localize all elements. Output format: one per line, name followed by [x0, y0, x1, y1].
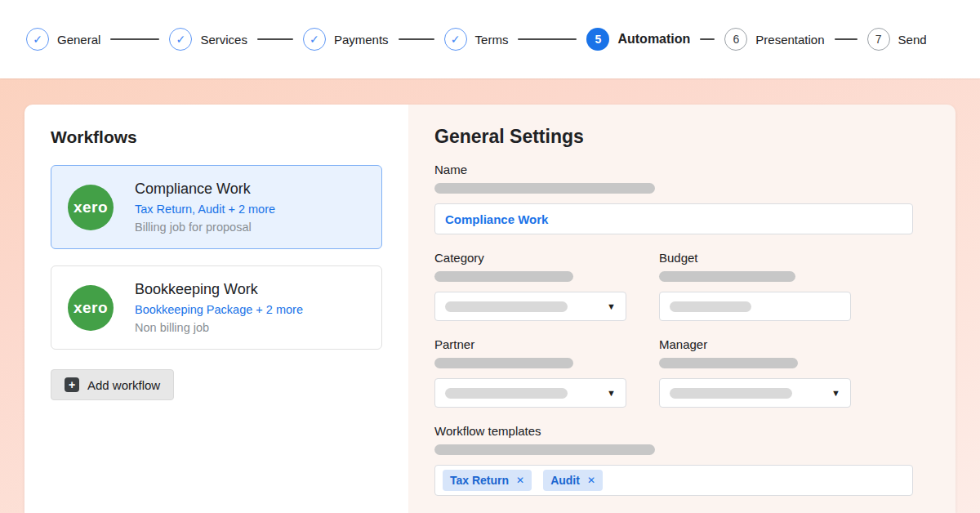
chip-label: Audit [550, 474, 580, 487]
step-label: Services [200, 33, 247, 47]
workflows-title: Workflows [51, 127, 382, 147]
workflow-billing-type: Billing job for proposal [135, 221, 275, 234]
chevron-down-icon: ▼ [607, 389, 616, 398]
general-settings-panel: General Settings Name Compliance Work Ca… [408, 105, 956, 513]
chip-remove-icon[interactable]: ✕ [587, 475, 595, 485]
plus-icon: + [65, 377, 79, 392]
manager-label: Manager [659, 337, 851, 351]
skeleton-bar [670, 301, 751, 312]
step-label: Automation [617, 32, 690, 47]
skeleton-bar [434, 271, 573, 282]
skeleton-bar [659, 358, 798, 368]
check-icon: ✓ [303, 28, 326, 51]
step-connector [110, 38, 159, 40]
add-workflow-label: Add workflow [87, 378, 160, 392]
category-label: Category [434, 251, 626, 265]
name-input[interactable]: Compliance Work [434, 203, 913, 234]
workflows-panel: Workflows xero Compliance Work Tax Retur… [24, 105, 408, 513]
workflow-name: Bookkeeping Work [135, 281, 303, 298]
step-connector [257, 38, 293, 40]
step-services[interactable]: ✓ Services [169, 28, 247, 51]
skeleton-bar [434, 183, 655, 194]
step-terms[interactable]: ✓ Terms [444, 28, 509, 51]
template-chip-tax-return: Tax Return ✕ [443, 470, 532, 491]
skeleton-bar [670, 388, 792, 399]
step-connector [399, 38, 434, 40]
check-icon: ✓ [169, 28, 192, 51]
step-payments[interactable]: ✓ Payments [303, 28, 389, 51]
step-presentation[interactable]: 6 Presentation [724, 28, 824, 51]
workflow-item-bookkeeping[interactable]: xero Bookkeeping Work Bookkeeping Packag… [51, 265, 382, 350]
chip-remove-icon[interactable]: ✕ [516, 475, 524, 485]
chevron-down-icon: ▼ [607, 302, 616, 311]
step-label: Send [898, 33, 927, 47]
workflow-templates-label: Workflow templates [434, 424, 913, 438]
xero-logo-icon: xero [68, 285, 114, 331]
page-body: Workflows xero Compliance Work Tax Retur… [0, 78, 980, 513]
step-number-badge: 7 [867, 28, 890, 51]
budget-input[interactable] [659, 292, 851, 321]
skeleton-bar [659, 271, 795, 282]
partner-select[interactable]: ▼ [434, 378, 626, 408]
category-select[interactable]: ▼ [434, 292, 626, 321]
check-icon: ✓ [26, 28, 49, 51]
step-send[interactable]: 7 Send [867, 28, 927, 51]
step-general[interactable]: ✓ General [26, 28, 100, 51]
skeleton-bar [434, 444, 655, 455]
name-label: Name [434, 163, 913, 176]
step-automation[interactable]: 5 Automation [586, 28, 690, 51]
workflow-name: Compliance Work [135, 181, 275, 198]
workflow-item-text: Bookkeeping Work Bookkeeping Package + 2… [135, 281, 303, 334]
template-chip-audit: Audit ✕ [543, 470, 603, 491]
workflow-services-link[interactable]: Bookkeeping Package + 2 more [135, 303, 303, 316]
xero-logo-icon: xero [68, 185, 114, 230]
budget-label: Budget [659, 251, 851, 265]
step-connector [835, 38, 858, 40]
step-label: Presentation [755, 33, 824, 47]
chip-label: Tax Return [450, 474, 509, 487]
wizard-stepper: ✓ General ✓ Services ✓ Payments ✓ Terms … [0, 0, 980, 78]
skeleton-bar [445, 388, 568, 399]
step-number-badge: 5 [586, 28, 609, 51]
step-connector [700, 38, 715, 40]
add-workflow-button[interactable]: + Add workflow [51, 369, 174, 400]
workflow-item-text: Compliance Work Tax Return, Audit + 2 mo… [135, 181, 275, 234]
name-value: Compliance Work [445, 212, 548, 226]
step-label: General [57, 33, 100, 47]
manager-select[interactable]: ▼ [659, 378, 851, 408]
skeleton-bar [445, 301, 568, 312]
workflow-services-link[interactable]: Tax Return, Audit + 2 more [135, 203, 275, 216]
general-settings-title: General Settings [434, 126, 913, 148]
step-connector [518, 38, 577, 40]
step-number-badge: 6 [724, 28, 747, 51]
workflow-templates-input[interactable]: Tax Return ✕ Audit ✕ [434, 465, 913, 496]
skeleton-bar [434, 358, 573, 368]
step-label: Terms [475, 33, 509, 47]
workflow-item-compliance[interactable]: xero Compliance Work Tax Return, Audit +… [51, 165, 382, 249]
automation-card: Workflows xero Compliance Work Tax Retur… [24, 105, 956, 513]
step-label: Payments [334, 33, 389, 47]
check-icon: ✓ [444, 28, 467, 51]
chevron-down-icon: ▼ [831, 389, 840, 398]
partner-label: Partner [434, 337, 626, 351]
workflow-billing-type: Non billing job [135, 321, 303, 334]
